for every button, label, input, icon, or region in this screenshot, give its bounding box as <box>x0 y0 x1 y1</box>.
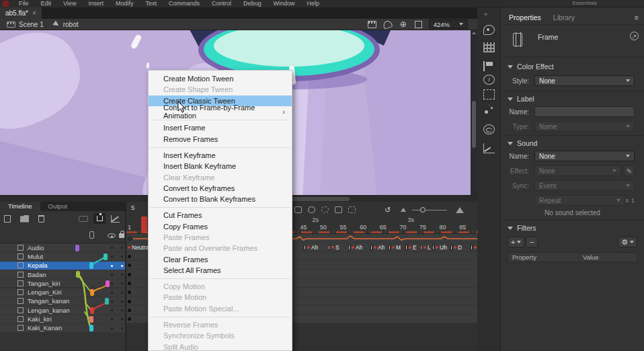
info-panel-icon[interactable]: i <box>483 75 495 85</box>
section-color-effect[interactable]: Color Effect <box>501 61 644 72</box>
layer-row-lengan_kiri[interactable]: Lengan_Kiri <box>0 288 125 297</box>
onion-skin-icon[interactable] <box>308 206 315 213</box>
context-menu-item[interactable]: Insert Frame <box>149 122 292 133</box>
layer-row-tangan_kanan[interactable]: Tangan_kanan <box>0 297 125 306</box>
layer-row-badan[interactable]: Badan <box>0 270 125 279</box>
phoneme-keyframe[interactable]: Ah <box>304 244 318 251</box>
layer-visibility-dot[interactable] <box>111 282 113 284</box>
filter-options-button[interactable]: ⚙ <box>618 237 637 247</box>
workspace-switcher[interactable]: Essentials <box>573 0 644 7</box>
layer-visibility-dot[interactable] <box>111 247 113 249</box>
breadcrumb-scene[interactable]: Scene 1 <box>19 21 44 28</box>
context-menu-item[interactable]: Remove Frames <box>149 133 292 144</box>
layer-lock-dot[interactable] <box>121 318 123 320</box>
section-sound[interactable]: Sound <box>501 138 644 149</box>
first-keyframe-marker[interactable]: Neutral <box>128 244 148 251</box>
creative-cloud-icon[interactable] <box>483 124 495 134</box>
breadcrumb-symbol[interactable]: robot <box>63 21 79 28</box>
new-layer-button[interactable] <box>4 215 11 223</box>
first-keyframe-marker[interactable] <box>128 254 131 260</box>
onion-skin-outlines-icon[interactable] <box>321 206 329 213</box>
camera-icon[interactable] <box>79 216 88 222</box>
close-tab-icon[interactable]: × <box>32 9 36 17</box>
phoneme-keyframe[interactable]: Ah <box>348 244 362 251</box>
insert-frame-icon[interactable] <box>294 206 302 213</box>
swatches-panel-icon[interactable] <box>483 42 495 52</box>
timeline-tab[interactable]: Timeline <box>0 202 40 211</box>
center-stage-icon[interactable]: ⊕ <box>399 21 408 28</box>
layer-visibility-dot[interactable] <box>111 265 113 267</box>
add-filter-button[interactable]: + <box>508 237 524 247</box>
graph-editor-icon[interactable] <box>111 215 120 223</box>
layer-visibility-dot[interactable] <box>111 274 113 276</box>
particles-panel-icon[interactable] <box>483 106 495 116</box>
phoneme-keyframe[interactable]: M <box>389 244 401 251</box>
layer-row-kaki_kiri[interactable]: Kaki_kiri <box>0 315 125 323</box>
layer-lock-dot[interactable] <box>121 265 123 267</box>
first-keyframe-marker[interactable] <box>128 289 131 296</box>
layer-lock-dot[interactable] <box>121 256 123 258</box>
menu-bar-item[interactable]: File <box>13 0 35 7</box>
phoneme-keyframe[interactable]: E <box>405 244 417 251</box>
context-menu-item[interactable]: Create Motion Tween <box>149 73 292 84</box>
menu-bar-item[interactable]: Window <box>268 0 301 7</box>
zoom-in-frames-icon[interactable] <box>456 207 464 213</box>
phoneme-keyframe[interactable]: D <box>450 244 462 251</box>
edit-multiple-frames-icon[interactable] <box>335 206 342 213</box>
document-tab[interactable]: ab5.fla* × <box>0 7 42 19</box>
context-menu-item[interactable]: Copy Frames <box>149 221 292 232</box>
layer-row-lengan_kanan[interactable]: Lengan_kanan <box>0 306 125 315</box>
show-parenting-button[interactable] <box>93 213 106 224</box>
layer-row-mulut[interactable]: Mulut <box>0 252 125 261</box>
layer-lock-dot[interactable] <box>121 292 123 294</box>
slider-knob[interactable] <box>420 207 426 212</box>
edit-sound-envelope-icon[interactable]: ✎ <box>624 165 635 176</box>
panel-menu-icon[interactable]: ≡ <box>635 13 644 22</box>
menu-bar-item[interactable]: Debug <box>237 0 268 7</box>
layer-lock-dot[interactable] <box>121 282 123 284</box>
layer-visibility-dot[interactable] <box>111 318 113 320</box>
scrollbar-thumb[interactable] <box>472 101 476 148</box>
panel-tab[interactable]: Properties <box>509 13 541 22</box>
menu-bar-item[interactable]: Control <box>206 0 237 7</box>
paint-bucket-icon[interactable] <box>382 20 393 29</box>
menu-bar-item[interactable]: View <box>57 0 82 7</box>
layer-visibility-dot[interactable] <box>111 256 113 258</box>
color-panel-icon[interactable] <box>483 25 495 35</box>
stage-vertical-scrollbar[interactable] <box>471 30 477 195</box>
layer-lock-dot[interactable] <box>121 274 123 276</box>
context-menu-item[interactable]: Select All Frames <box>149 265 292 276</box>
layer-row-tangan_kiri[interactable]: Tangan_kiri <box>0 279 125 288</box>
context-menu-item[interactable]: Clear Frames <box>149 254 292 264</box>
section-label[interactable]: Label <box>501 93 644 104</box>
zoom-level-select[interactable]: 424% <box>429 20 468 29</box>
panel-tab[interactable]: Library <box>553 13 575 22</box>
visibility-column-icon[interactable] <box>108 233 116 238</box>
label-name-input[interactable] <box>534 106 635 117</box>
phoneme-keyframe[interactable]: S <box>328 244 339 251</box>
style-select[interactable]: None <box>534 75 635 86</box>
context-menu-item[interactable]: Cut Frames <box>149 210 292 221</box>
help-icon[interactable]: ↗ <box>630 32 639 40</box>
new-folder-button[interactable] <box>20 215 29 223</box>
menu-bar-item[interactable]: Commands <box>163 0 206 7</box>
modify-markers-icon[interactable] <box>348 206 356 213</box>
frame-size-slider[interactable] <box>412 210 447 210</box>
zoom-out-frames-icon[interactable] <box>401 208 406 212</box>
context-menu-item[interactable]: Convert to Frame-by-Frame Animation› <box>149 106 292 117</box>
layer-lock-dot[interactable] <box>121 327 123 329</box>
collapse-panels-icon[interactable]: » <box>484 11 487 17</box>
layer-visibility-dot[interactable] <box>111 301 113 303</box>
phoneme-keyframe[interactable]: S <box>471 244 477 251</box>
first-keyframe-marker[interactable] <box>128 280 131 287</box>
menu-bar-item[interactable]: Help <box>301 0 326 7</box>
layer-lock-dot[interactable] <box>121 301 123 303</box>
first-keyframe-marker[interactable] <box>128 307 131 313</box>
menu-bar-item[interactable]: Insert <box>82 0 110 7</box>
phoneme-keyframe[interactable]: Ah <box>370 244 385 251</box>
menu-bar-item[interactable]: Text <box>139 0 163 7</box>
section-filters[interactable]: Filters <box>501 223 644 233</box>
phoneme-keyframe[interactable]: L <box>420 244 431 251</box>
first-keyframe-marker[interactable] <box>128 271 131 278</box>
context-menu-item[interactable]: Insert Blank Keyframe <box>149 161 292 171</box>
